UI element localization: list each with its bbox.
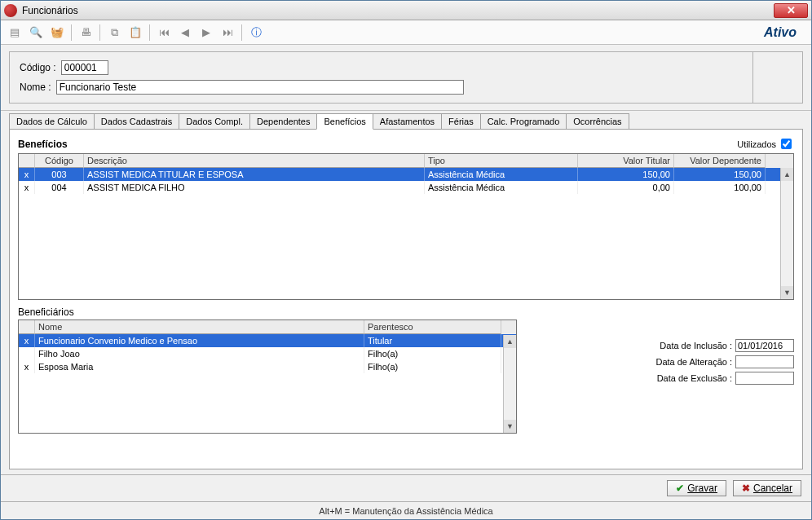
toolbar-paste-icon[interactable]: 📋 xyxy=(126,24,144,42)
row-parentesco: Titular xyxy=(364,334,501,347)
row-nome: Funcionario Convenio Medico e Pensao xyxy=(35,334,364,347)
scroll-down-icon[interactable]: ▼ xyxy=(781,286,793,299)
row-descricao: ASSIST MEDICA FILHO xyxy=(84,181,425,194)
tab-ocorrencias[interactable]: Ocorrências xyxy=(566,113,629,129)
beneficio-row[interactable]: x 003 ASSIST MEDICA TITULAR E ESPOSA Ass… xyxy=(19,168,793,181)
col-valor-dependente: Valor Dependente xyxy=(674,154,766,168)
toolbar-sep xyxy=(71,24,72,41)
tab-content: Benefícios Utilizados Código Descrição T… xyxy=(9,129,803,469)
col-mark xyxy=(19,154,35,168)
scroll-up-icon[interactable]: ▲ xyxy=(781,168,793,181)
beneficiario-row[interactable]: Filho Joao Filho(a) xyxy=(19,347,516,360)
scroll-down-icon[interactable]: ▼ xyxy=(504,420,516,433)
scrollbar[interactable]: ▲ ▼ xyxy=(503,335,516,433)
beneficios-title: Benefícios xyxy=(18,139,68,150)
toolbar-sep xyxy=(99,24,100,41)
beneficios-grid[interactable]: Código Descrição Tipo Valor Titular Valo… xyxy=(18,153,794,300)
form-area: Código : Nome : xyxy=(1,45,811,111)
footer-buttons: ✔ Gravar ✖ Cancelar xyxy=(1,474,811,501)
cancelar-label: Cancelar xyxy=(753,483,792,494)
row-codigo: 004 xyxy=(35,181,84,194)
row-tipo: Assistência Médica xyxy=(425,181,578,194)
toolbar: ▤ 🔍 🧺 🖶 ⧉ 📋 ⏮ ◀ ▶ ⏭ ⓘ Ativo xyxy=(1,20,811,45)
tab-dados-cadastrais[interactable]: Dados Cadastrais xyxy=(94,113,179,129)
toolbar-info-icon[interactable]: ⓘ xyxy=(247,24,265,42)
titlebar: Funcionários ✕ xyxy=(1,1,811,20)
tab-dependentes[interactable]: Dependentes xyxy=(249,113,317,129)
nav-last-icon[interactable]: ⏭ xyxy=(218,24,236,42)
scroll-up-icon[interactable]: ▲ xyxy=(504,335,516,348)
beneficiarios-grid[interactable]: Nome Parentesco x Funcionario Convenio M… xyxy=(18,319,517,434)
row-codigo: 003 xyxy=(35,168,84,181)
toolbar-delete-icon[interactable]: 🧺 xyxy=(48,24,66,42)
col-codigo: Código xyxy=(35,154,84,168)
row-mark: x xyxy=(19,168,35,181)
x-icon: ✖ xyxy=(742,483,750,494)
row-nome: Esposa Maria xyxy=(35,360,364,373)
row-vd: 100,00 xyxy=(674,181,766,194)
nome-label: Nome : xyxy=(20,82,51,93)
codigo-label: Código : xyxy=(20,62,56,73)
tab-dados-compl[interactable]: Dados Compl. xyxy=(179,113,250,129)
col-mark xyxy=(19,320,35,334)
toolbar-search-icon[interactable]: 🔍 xyxy=(27,24,45,42)
data-exclusao-input[interactable] xyxy=(735,372,794,385)
row-parentesco: Filho(a) xyxy=(364,360,501,373)
beneficiario-row[interactable]: x Funcionario Convenio Medico e Pensao T… xyxy=(19,334,516,347)
tab-ferias[interactable]: Férias xyxy=(441,113,481,129)
col-tipo: Tipo xyxy=(425,154,578,168)
row-vt: 0,00 xyxy=(578,181,674,194)
toolbar-new-icon[interactable]: ▤ xyxy=(6,24,24,42)
app-icon xyxy=(4,4,17,17)
row-nome: Filho Joao xyxy=(35,347,364,360)
gravar-button[interactable]: ✔ Gravar xyxy=(667,480,726,496)
beneficio-row[interactable]: x 004 ASSIST MEDICA FILHO Assistência Mé… xyxy=(19,181,793,194)
tab-beneficios[interactable]: Benefícios xyxy=(316,113,373,130)
grid-header: Código Descrição Tipo Valor Titular Valo… xyxy=(19,154,793,168)
row-vt: 150,00 xyxy=(578,168,674,181)
toolbar-sep xyxy=(149,24,150,41)
col-descricao: Descrição xyxy=(84,154,425,168)
row-vd: 150,00 xyxy=(674,168,766,181)
nav-next-icon[interactable]: ▶ xyxy=(197,24,215,42)
nav-first-icon[interactable]: ⏮ xyxy=(155,24,173,42)
nav-prev-icon[interactable]: ◀ xyxy=(176,24,194,42)
tab-calc-programado[interactable]: Calc. Programado xyxy=(480,113,567,129)
col-parentesco: Parentesco xyxy=(364,320,501,334)
cancelar-button[interactable]: ✖ Cancelar xyxy=(733,480,801,496)
check-icon: ✔ xyxy=(676,483,684,494)
data-inclusao-label: Data de Inclusão : xyxy=(660,341,732,350)
toolbar-copy-icon[interactable]: ⧉ xyxy=(105,24,123,42)
row-mark: x xyxy=(19,334,35,347)
col-valor-titular: Valor Titular xyxy=(578,154,674,168)
data-alteracao-label: Data de Alteração : xyxy=(655,357,732,367)
row-parentesco: Filho(a) xyxy=(364,347,501,360)
window: Funcionários ✕ ▤ 🔍 🧺 🖶 ⧉ 📋 ⏮ ◀ ▶ ⏭ ⓘ Ati… xyxy=(0,0,812,520)
window-title: Funcionários xyxy=(22,5,774,16)
form-box: Código : Nome : xyxy=(9,51,803,104)
beneficiario-row[interactable]: x Esposa Maria Filho(a) xyxy=(19,360,516,373)
statusbar-text: Alt+M = Manutenção da Assistência Médica xyxy=(319,506,492,516)
row-descricao: ASSIST MEDICA TITULAR E ESPOSA xyxy=(84,168,425,181)
record-status: Ativo xyxy=(764,25,806,40)
data-inclusao-input[interactable] xyxy=(735,339,794,352)
statusbar: Alt+M = Manutenção da Assistência Médica xyxy=(1,501,811,519)
codigo-input[interactable] xyxy=(61,60,108,75)
dates-panel: Data de Inclusão : Data de Alteração : D… xyxy=(655,339,794,385)
close-button[interactable]: ✕ xyxy=(774,3,808,18)
toolbar-sep xyxy=(241,24,242,41)
beneficiarios-title: Beneficiários xyxy=(18,306,517,319)
tab-afastamentos[interactable]: Afastamentos xyxy=(373,113,442,129)
row-mark xyxy=(19,347,35,360)
utilizados-checkbox[interactable] xyxy=(781,139,792,149)
data-exclusao-label: Data de Exclusão : xyxy=(657,373,732,383)
tab-dados-calculo[interactable]: Dados de Cálculo xyxy=(9,113,95,129)
data-alteracao-input[interactable] xyxy=(735,355,794,368)
nome-input[interactable] xyxy=(56,80,464,95)
toolbar-print-icon[interactable]: 🖶 xyxy=(77,24,95,42)
scrollbar[interactable]: ▲ ▼ xyxy=(780,168,793,299)
utilizados-label: Utilizados xyxy=(737,139,776,149)
row-mark: x xyxy=(19,360,35,373)
beneficios-header: Benefícios Utilizados xyxy=(18,136,794,153)
grid-header: Nome Parentesco xyxy=(19,320,516,334)
